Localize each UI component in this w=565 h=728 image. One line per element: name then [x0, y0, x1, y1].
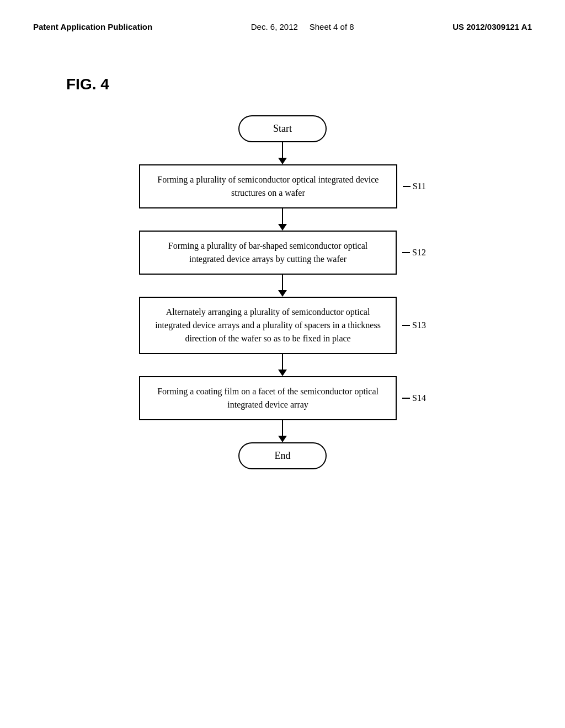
step-s14-box: Forming a coating film on a facet of the…: [139, 376, 397, 420]
header-patent-number: US 2012/0309121 A1: [452, 22, 532, 31]
step-s14-label: S14: [402, 393, 426, 403]
step-s13-label: S13: [402, 320, 426, 330]
figure-label: FIG. 4: [0, 31, 565, 115]
header: Patent Application Publication Dec. 6, 2…: [0, 0, 565, 31]
arrow-2: [278, 224, 287, 231]
step-s12-label: S12: [402, 248, 426, 258]
step-s12-row: Forming a plurality of bar-shaped semico…: [139, 231, 426, 275]
arrow-5: [278, 436, 287, 442]
connector-2: [282, 208, 283, 224]
arrow-3: [278, 290, 287, 297]
step-s11-row: Forming a plurality of semiconductor opt…: [139, 164, 426, 208]
header-sheet: Sheet 4 of 8: [310, 22, 354, 31]
flowchart: Start Forming a plurality of semiconduct…: [0, 115, 565, 491]
arrow-1: [278, 158, 287, 164]
connector-5: [282, 420, 283, 436]
step-s11-box: Forming a plurality of semiconductor opt…: [139, 164, 397, 208]
end-node: End: [238, 442, 327, 469]
step-s13-row: Alternately arranging a plurality of sem…: [139, 297, 426, 354]
step-s11-label: S11: [403, 181, 426, 191]
header-date-sheet: Dec. 6, 2012 Sheet 4 of 8: [251, 22, 354, 31]
step-s14-row: Forming a coating film on a facet of the…: [139, 376, 426, 420]
step-s12-box: Forming a plurality of bar-shaped semico…: [139, 231, 397, 275]
step-s13-box: Alternately arranging a plurality of sem…: [139, 297, 397, 354]
header-date: Dec. 6, 2012: [251, 22, 298, 31]
connector-4: [282, 354, 283, 370]
page: Patent Application Publication Dec. 6, 2…: [0, 0, 565, 728]
start-node: Start: [238, 115, 327, 142]
arrow-4: [278, 370, 287, 376]
connector-3: [282, 275, 283, 290]
connector-1: [282, 142, 283, 158]
header-publication: Patent Application Publication: [33, 22, 152, 31]
